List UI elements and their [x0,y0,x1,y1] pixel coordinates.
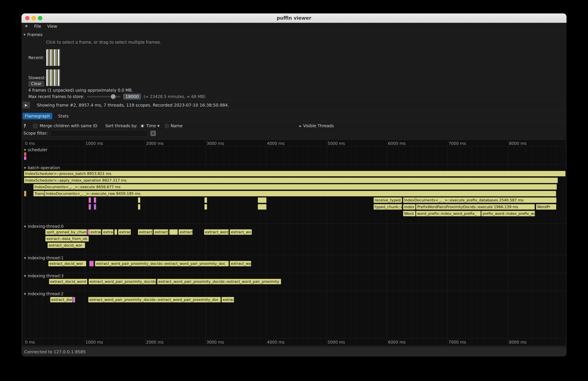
scope-bar[interactable]: extract_ [153,229,168,235]
scope-bar[interactable] [24,191,26,196]
scope-bar[interactable]: IndexDocuments<_, _>::execute_raw 8459.1… [45,191,556,196]
axis-tick-label: 2000 ms [146,141,164,146]
scope-bar[interactable]: typed_chunk::w [374,204,402,210]
visible-threads-header[interactable]: ▶ Visible Threads [299,124,334,128]
scope-bar[interactable] [94,204,96,210]
separator [21,101,567,101]
grid-line [278,140,278,346]
scope-bar[interactable]: extract_word_pair_proximity_docids::extr… [88,297,221,302]
scope-bar[interactable]: index [403,204,416,210]
grid-line [508,140,508,346]
slowest-label: Slowest: [28,75,45,80]
scope-bar[interactable] [114,229,117,235]
collapsed-triangle-icon: ▶ [299,124,301,127]
scope-bar[interactable] [258,204,267,210]
scope-bar[interactable]: Trans [33,191,44,196]
grid-line [224,140,224,346]
thread-header-indexing-thread:2[interactable]: ▼indexing-thread:2 [24,292,63,296]
slowest-frames-thumbnail[interactable] [46,69,60,86]
scope-bar[interactable] [138,197,140,203]
tab-flamegraph[interactable]: Flamegraph [22,113,52,119]
scope-bar[interactable]: extract_ [138,229,153,235]
collapse-triangle-icon: ▼ [24,256,26,260]
scope-bar[interactable]: extract_word_pair_proximity_docids::extr… [95,261,229,266]
scope-bar[interactable]: extract [89,229,101,235]
grid-line [218,140,218,346]
flamegraph-panel: 0 ms0 ms1000 ms1000 ms2000 ms2000 ms3000… [22,140,566,346]
grid-line [411,140,411,346]
scope-bar[interactable] [89,204,91,210]
scope-bar[interactable] [204,197,207,203]
scope-bar[interactable] [94,197,96,203]
collapse-triangle-icon: ▼ [24,148,26,151]
axis-tick-label: 6000 ms [388,340,406,345]
scope-bar[interactable]: extract_word_pair_proximity_docids::extr… [157,279,281,284]
thread-header-indexing-thread:3[interactable]: ▼indexing-thread:3 [24,274,63,278]
scope-filter-label: Scope filter: [23,131,48,136]
scope-bar[interactable] [91,261,94,266]
scope-bar[interactable]: split_grenad_by_chun [45,229,87,235]
scope-bar[interactable]: prefix_word::index_prefix_wo [481,211,535,216]
scope-bar[interactable]: extract_wo [230,261,251,266]
scope-bar[interactable]: word_prefix::index_word_prefix_ [416,211,481,216]
scope-bar[interactable] [24,152,26,156]
scope-bar[interactable]: receive_typed_ [374,197,402,203]
scope-bar[interactable]: extract [179,229,193,235]
scope-bar[interactable]: extract_word_pair_proximity_docids [89,279,156,284]
grid-line [139,140,139,346]
scope-bar[interactable] [89,197,91,203]
scope-bar[interactable]: IndexDocuments<_, _>::execute 8656.677 m… [33,184,557,190]
scope-bar[interactable]: WordPr [536,204,556,210]
max-frames-value[interactable]: 18000 [123,94,141,100]
thread-header-scheduler[interactable]: ▼scheduler [24,148,47,152]
scope-bar[interactable]: IndexDocuments<_, _>::execute_prefix_dat… [403,197,557,203]
tab-stats[interactable]: Stats [58,114,69,119]
sort-name-radio[interactable] [165,124,169,128]
recent-frames-thumbnail[interactable] [46,49,60,66]
scope-bar[interactable]: extract::data_from_ob [45,236,89,242]
sort-time-radio[interactable] [140,124,145,128]
scope-bar[interactable] [138,204,140,210]
scope-bar[interactable]: extrac [222,297,234,302]
thread-header-batch-operation[interactable]: ▼batch-operation [24,166,60,170]
scope-bar[interactable]: extract_word [204,229,229,235]
menu-view[interactable]: View [47,24,57,29]
merge-children-checkbox[interactable] [33,124,38,128]
scope-bar[interactable]: extract_doc [50,297,73,302]
scope-bar[interactable]: extract_docid_wor [48,261,86,266]
scope-bar[interactable]: PrefixWordPairsProximityDocids::execute … [416,204,535,210]
scope-bar[interactable]: IndexScheduler>::apply_index_operation 8… [24,178,558,183]
scope-bar[interactable] [24,156,26,160]
scope-bar[interactable]: extra [102,229,113,235]
clear-filter-icon[interactable]: × [150,130,156,136]
clear-button[interactable]: Clear [28,81,44,87]
slider-knob[interactable] [111,94,116,99]
scope-bar[interactable] [169,229,178,235]
max-frames-slider[interactable] [87,96,121,98]
menu-file[interactable]: File [34,24,41,29]
scope-bar[interactable] [73,297,75,302]
frames-collapsible-header[interactable]: ▼ Frames [23,32,42,37]
help-button[interactable]: ? [23,123,26,128]
grid-line [24,140,24,346]
theme-toggle-icon[interactable]: ☀ [24,24,28,28]
section-separator [22,223,566,224]
scope-filter-input[interactable] [50,130,148,136]
scope-bar[interactable]: extrac [118,229,131,235]
section-separator [22,255,566,255]
connection-status: Connected to 127.0.0.1:8585 [24,349,86,354]
scope-bar[interactable] [204,204,207,210]
collapse-triangle-icon: ▼ [24,225,26,228]
scope-bar[interactable]: extract_docid_wor [47,243,85,248]
scope-bar[interactable]: IndexScheduler>::process_batch 8953.821 … [24,171,566,176]
thread-header-indexing-thread:0[interactable]: ▼indexing-thread:0 [24,224,63,229]
thread-header-indexing-thread:1[interactable]: ▼indexing-thread:1 [24,256,63,260]
scope-bar[interactable]: extract_wo [230,229,252,235]
sort-time-label: Time [146,124,156,128]
play-button[interactable]: ▶ [22,102,30,108]
grid-line [145,140,145,346]
scope-bar[interactable]: Word [403,211,416,216]
scope-bar[interactable]: extract_docid_word [49,279,87,284]
scope-bar[interactable] [258,197,267,203]
menu-bar: ☀ File View [21,23,567,30]
